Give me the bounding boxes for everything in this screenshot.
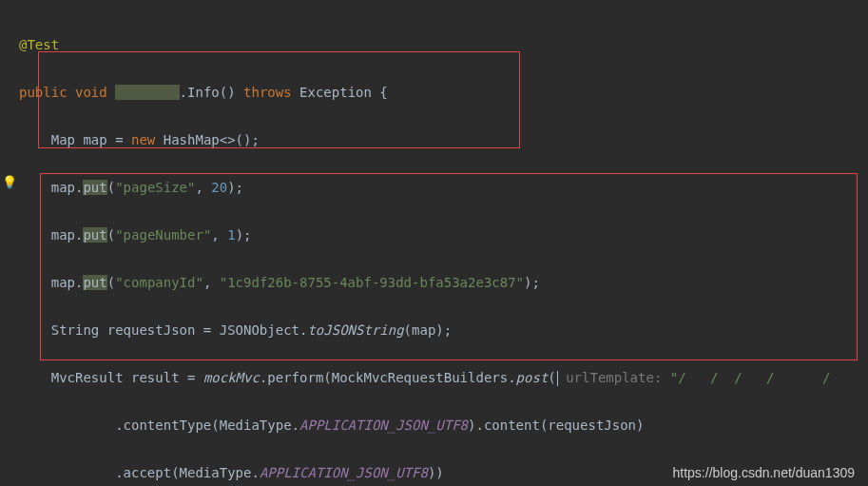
watermark: https://blog.csdn.net/duan1309 (673, 465, 855, 480)
code-line: Map map = new HashMap<>(); (19, 128, 868, 152)
code-line: .contentType(MediaType.APPLICATION_JSON_… (19, 414, 868, 437)
intention-bulb-icon[interactable]: 💡 (2, 175, 15, 188)
code-editor[interactable]: @Test public void .Info() throws Excepti… (0, 0, 868, 486)
code-line: map.put("pageNumber", 1); (19, 224, 868, 247)
code-line: @Test (19, 33, 868, 57)
code-line: MvcResult result = mockMvc.perform(MockM… (19, 366, 868, 390)
code-line: map.put("pageSize", 20); (19, 176, 868, 200)
code-line: map.put("companyId", "1c9df26b-8755-4abf… (19, 271, 868, 295)
code-line: public void .Info() throws Exception { (19, 81, 868, 105)
code-line: String requestJson = JSONObject.toJSONSt… (19, 319, 868, 342)
